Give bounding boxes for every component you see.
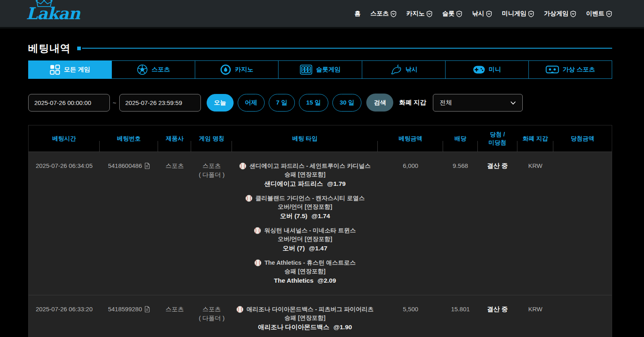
table-row: 2025-07-26 06:34:055418600486스포츠스포츠( 다폴더… — [29, 152, 612, 295]
cell-game-name: 스포츠( 다폴더 ) — [191, 152, 232, 295]
cell-bet-amount: 6,000 — [378, 152, 443, 295]
game-name-sub: ( 다폴더 ) — [191, 171, 232, 179]
range-button-yesterday[interactable]: 어제 — [238, 94, 265, 112]
page-title-row: 베팅내역 — [28, 41, 612, 56]
table-header-row: 베팅시간베팅번호제품사게임 명칭베팅 타입베팅금액배당당첨 / 미당첨화폐 지갑… — [29, 125, 612, 152]
grid-icon — [50, 65, 60, 75]
selection-match: 클리블랜드 가디언스 - 캔자스시티 로열스 — [232, 194, 378, 203]
date-from-input[interactable] — [28, 94, 110, 112]
nav-item-minigame[interactable]: 미니게임 — [502, 10, 534, 18]
tab-label: 낚시 — [406, 66, 418, 74]
cell-product: 스포츠 — [158, 152, 191, 295]
match-name: 샌디에이고 파드리스 - 세인트루이스 카디널스 — [250, 162, 370, 170]
selection-match: 애리조나 다이아몬드백스 - 피츠버그 파이어리츠 — [232, 305, 378, 314]
wallet-select-value: 전체 — [440, 99, 452, 107]
nav-item-label: 홈 — [354, 10, 361, 18]
nav-item-casino[interactable]: 카지노 — [406, 10, 432, 18]
shield-chevron-icon — [390, 10, 397, 17]
bet-selection: 워싱턴 내셔널스 - 미네소타 트윈스오버/언더 [연장포함]오버 (7)@1.… — [232, 226, 378, 253]
column-header: 베팅번호 — [100, 125, 158, 152]
filter-bar: ~ 오늘어제7 일15 일30 일 검색 화폐 지갑 전체 — [28, 94, 612, 112]
wallet-filter-label: 화폐 지갑 — [399, 98, 426, 107]
tab-label: 미니 — [489, 66, 501, 74]
tab-label: 슬롯게임 — [316, 66, 341, 74]
cell-win-amount — [553, 295, 612, 337]
cell-bet-amount: 5,500 — [378, 295, 443, 337]
nav-item-label: 이벤트 — [586, 10, 604, 18]
game-name-sub: ( 다폴더 ) — [191, 314, 232, 322]
chevron-down-icon — [510, 99, 516, 106]
tab-all[interactable]: 모든 게임 — [28, 60, 112, 79]
cell-odds: 15.801 — [443, 295, 477, 337]
nav-item-label: 가상게임 — [544, 10, 568, 18]
tab-label: 카지노 — [235, 66, 253, 74]
copy-icon — [144, 306, 150, 312]
soccer-icon — [137, 64, 148, 75]
nav-item-virtual[interactable]: 가상게임 — [544, 10, 576, 18]
date-to-input[interactable] — [119, 94, 201, 112]
title-accent-line — [82, 48, 612, 49]
column-header: 베팅금액 — [378, 125, 443, 152]
selection-match: 워싱턴 내셔널스 - 미네소타 트윈스 — [232, 226, 378, 235]
cell-bet-time: 2025-07-26 06:34:05 — [29, 152, 100, 295]
betting-history-table: 베팅시간베팅번호제품사게임 명칭베팅 타입베팅금액배당당첨 / 미당첨화폐 지갑… — [28, 125, 612, 337]
range-button-today[interactable]: 오늘 — [207, 94, 234, 112]
shield-chevron-icon — [606, 10, 612, 17]
match-name: 워싱턴 내셔널스 - 미네소타 트윈스 — [264, 226, 356, 235]
cell-status: 결산 중 — [478, 295, 517, 337]
tab-label: 모든 게임 — [64, 66, 90, 74]
status-badge: 결산 중 — [487, 306, 508, 312]
copy-bet-number-button[interactable] — [144, 306, 150, 312]
range-button-15d[interactable]: 15 일 — [299, 94, 328, 112]
pick-odds: @1.90 — [334, 324, 352, 330]
svg-text:7: 7 — [305, 68, 307, 72]
copy-bet-number-button[interactable] — [144, 163, 150, 169]
top-header: Lakan 홈스포츠카지노슬롯낚시미니게임가상게임이벤트 — [0, 0, 644, 29]
quick-range-buttons: 오늘어제7 일15 일30 일 — [207, 94, 362, 112]
selection-pick: 오버 (7)@1.47 — [232, 243, 378, 253]
nav-item-sports[interactable]: 스포츠 — [370, 10, 397, 18]
tab-mini[interactable]: 미니 — [445, 60, 529, 79]
column-header: 베팅 타입 — [232, 125, 378, 152]
cell-status: 결산 중 — [478, 152, 517, 295]
selection-pick: 샌디에이고 파드리스@1.79 — [232, 179, 378, 189]
cell-bet-number: 5418600486 — [100, 152, 158, 295]
table-body: 2025-07-26 06:34:055418600486스포츠스포츠( 다폴더… — [29, 152, 612, 337]
tab-fishing[interactable]: 낚시 — [362, 60, 446, 79]
wallet-select[interactable]: 전체 — [433, 94, 523, 112]
vr-goggles-icon — [546, 65, 559, 75]
range-button-30d[interactable]: 30 일 — [332, 94, 362, 112]
selection-match: 샌디에이고 파드리스 - 세인트루이스 카디널스 — [232, 162, 378, 170]
svg-text:7: 7 — [308, 68, 310, 72]
nav-item-home[interactable]: 홈 — [354, 10, 361, 18]
selection-pick: 애리조나 다이아몬드백스@1.90 — [232, 322, 378, 332]
tab-virtual[interactable]: 가상 스포츠 — [528, 60, 612, 79]
range-button-7d[interactable]: 7 일 — [269, 94, 295, 112]
shield-chevron-icon — [456, 10, 462, 17]
game-category-tabs: 모든 게임스포츠카지노777슬롯게임낚시미니가상 스포츠 — [28, 60, 612, 79]
column-header: 베팅시간 — [29, 125, 100, 152]
nav-item-event[interactable]: 이벤트 — [586, 10, 612, 18]
copy-icon — [144, 163, 150, 169]
baseball-icon — [239, 163, 246, 170]
pick-name: 오버 (7.5) — [280, 212, 308, 219]
baseball-icon — [245, 195, 252, 202]
pick-name: 샌디에이고 파드리스 — [264, 180, 323, 187]
bet-selection: 애리조나 다이아몬드백스 - 피츠버그 파이어리츠승패 [연장포함]애리조나 다… — [232, 305, 378, 332]
nav-item-fishing[interactable]: 낚시 — [472, 10, 492, 18]
tab-sports[interactable]: 스포츠 — [111, 60, 195, 79]
cell-bet-type: 애리조나 다이아몬드백스 - 피츠버그 파이어리츠승패 [연장포함]애리조나 다… — [232, 295, 378, 337]
cell-win-amount — [553, 152, 612, 295]
casino-chip-icon — [220, 64, 231, 75]
brand-logo[interactable]: Lakan — [26, 5, 80, 22]
nav-item-slots[interactable]: 슬롯 — [442, 10, 462, 18]
tab-casino[interactable]: 카지노 — [195, 60, 279, 79]
bet-selection: 클리블랜드 가디언스 - 캔자스시티 로열스오버/언더 [연장포함]오버 (7.… — [232, 194, 378, 221]
game-name: 스포츠 — [203, 306, 221, 312]
tab-slot[interactable]: 777슬롯게임 — [278, 60, 362, 79]
pick-odds: @2.09 — [318, 277, 336, 284]
table-row: 2025-07-26 06:33:205418599280스포츠스포츠( 다폴더… — [29, 295, 612, 337]
search-button[interactable]: 검색 — [366, 94, 393, 112]
nav-item-label: 미니게임 — [502, 10, 526, 18]
shield-chevron-icon — [426, 10, 432, 17]
